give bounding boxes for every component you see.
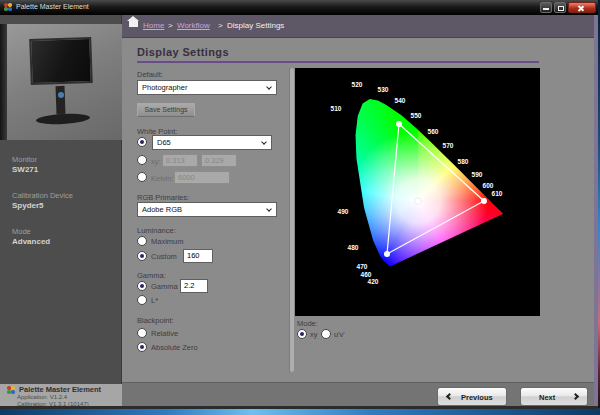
default-label: Default: bbox=[137, 70, 163, 79]
next-button-label: Next bbox=[539, 393, 555, 402]
title-underline bbox=[137, 61, 539, 63]
sidebar: Monitor SW271 Calibration Device Spyder5… bbox=[0, 15, 122, 406]
minimize-button[interactable] bbox=[540, 2, 552, 13]
uv-mode-label: u'v' bbox=[334, 330, 345, 339]
calibration-device-label: Calibration Device bbox=[12, 191, 73, 200]
chevron-down-icon bbox=[261, 139, 267, 145]
chevron-right-icon bbox=[572, 393, 579, 400]
previous-button[interactable]: Previous bbox=[437, 387, 507, 406]
wavelength-label: 460 bbox=[361, 271, 372, 278]
scrollbar-thumb[interactable] bbox=[290, 68, 294, 372]
window-title: Palette Master Element bbox=[16, 3, 89, 10]
wavelength-label: 480 bbox=[348, 244, 359, 251]
maximum-label: Maximum bbox=[151, 237, 184, 246]
wavelength-label: 600 bbox=[483, 182, 494, 189]
relative-label: Relative bbox=[151, 329, 178, 338]
xy-label: xy: bbox=[151, 157, 161, 166]
lstar-label: L* bbox=[151, 296, 158, 305]
xy-mode-label: xy bbox=[310, 330, 318, 339]
title-bar: Palette Master Element bbox=[0, 0, 598, 15]
chromaticity-chart: 520 530 540 550 560 570 580 590 600 610 … bbox=[295, 68, 540, 316]
home-icon[interactable] bbox=[129, 21, 138, 27]
footer-bar: Previous Next bbox=[122, 382, 594, 406]
previous-button-label: Previous bbox=[461, 393, 493, 402]
about-panel: Palette Master Element Application: V1.2… bbox=[0, 384, 122, 406]
breadcrumb-home-link[interactable]: Home bbox=[143, 21, 164, 30]
mode-value: Advanced bbox=[12, 237, 50, 246]
monitor-label: Monitor bbox=[12, 155, 37, 164]
wavelength-label: 540 bbox=[395, 97, 406, 104]
about-application-version: Application: V1.2.4 bbox=[17, 394, 67, 400]
rgb-primaries-label: RGB Primaries: bbox=[137, 193, 189, 202]
rgb-primaries-value: Adobe RGB bbox=[142, 205, 182, 214]
chevron-left-icon bbox=[446, 393, 453, 400]
custom-luminance-field[interactable]: 160 bbox=[183, 249, 213, 263]
wavelength-label: 420 bbox=[368, 278, 379, 285]
breadcrumb: Home > Workflow > Display Settings bbox=[122, 15, 594, 38]
custom-radio[interactable] bbox=[137, 251, 147, 261]
wavelength-label: 520 bbox=[352, 81, 363, 88]
default-select[interactable]: Photographer bbox=[137, 80, 277, 95]
wavelength-label: 570 bbox=[443, 142, 454, 149]
gamma-radio-label: Gamma bbox=[151, 282, 178, 291]
window-bottom-border bbox=[0, 406, 598, 409]
xy-mode-radio[interactable] bbox=[297, 329, 307, 339]
gamma-radio[interactable] bbox=[137, 281, 147, 291]
absolute-zero-label: Absolute Zero bbox=[151, 343, 198, 352]
wavelength-label: 530 bbox=[378, 86, 389, 93]
gamma-section-label: Gamma: bbox=[137, 271, 166, 280]
d65-select[interactable]: D65 bbox=[152, 135, 272, 150]
app-logo-icon bbox=[7, 386, 15, 394]
kelvin-radio[interactable] bbox=[137, 172, 147, 182]
absolute-zero-radio[interactable] bbox=[137, 342, 147, 352]
wavelength-label: 470 bbox=[357, 263, 368, 270]
maximize-icon bbox=[558, 6, 564, 11]
mode-label: Mode bbox=[12, 227, 31, 236]
windows-taskbar[interactable] bbox=[0, 408, 600, 415]
breadcrumb-separator: > bbox=[218, 21, 223, 30]
d65-radio[interactable] bbox=[137, 137, 147, 147]
chart-mode-label: Mode: bbox=[297, 319, 318, 328]
monitor-photo bbox=[0, 24, 122, 140]
default-select-value: Photographer bbox=[142, 83, 187, 92]
wavelength-label: 610 bbox=[492, 190, 503, 197]
chevron-down-icon bbox=[266, 206, 272, 212]
rgb-primaries-select[interactable]: Adobe RGB bbox=[137, 202, 277, 217]
calibration-device-value: Spyder5 bbox=[12, 201, 44, 210]
kelvin-label: Kelvin: bbox=[151, 174, 174, 183]
chevron-down-icon bbox=[266, 84, 272, 90]
page-title: Display Settings bbox=[137, 46, 229, 58]
monitor-value: SW271 bbox=[12, 165, 38, 174]
app-icon bbox=[4, 3, 12, 11]
wavelength-label: 590 bbox=[472, 171, 483, 178]
breadcrumb-workflow-link[interactable]: Workflow bbox=[177, 21, 210, 30]
custom-label: Custom bbox=[151, 252, 177, 261]
app-window: Palette Master Element Monitor SW271 Cal… bbox=[0, 0, 600, 415]
close-button[interactable] bbox=[568, 2, 596, 13]
form-scrollbar[interactable] bbox=[289, 68, 294, 372]
breadcrumb-separator: > bbox=[168, 21, 173, 30]
wavelength-label: 550 bbox=[411, 112, 422, 119]
monitor-screen-graphic bbox=[29, 37, 93, 85]
wavelength-label: 490 bbox=[338, 208, 349, 215]
window-right-border bbox=[594, 15, 598, 406]
blackpoint-label: Blackpoint: bbox=[137, 316, 174, 325]
luminance-label: Luminance: bbox=[137, 226, 176, 235]
wavelength-label: 560 bbox=[428, 128, 439, 135]
gamma-value-field[interactable]: 2.2 bbox=[180, 279, 208, 293]
save-settings-button[interactable]: Save Settings bbox=[137, 103, 195, 117]
next-button[interactable]: Next bbox=[520, 387, 588, 406]
kelvin-value-field: 6000 bbox=[174, 171, 230, 184]
uv-mode-radio[interactable] bbox=[321, 329, 331, 339]
wavelength-label: 510 bbox=[331, 105, 342, 112]
maximize-button[interactable] bbox=[554, 2, 566, 13]
about-calibration-version: Calibration: V1.3.1 (10147) bbox=[17, 401, 89, 407]
about-app-name: Palette Master Element bbox=[19, 385, 101, 394]
minimize-icon bbox=[543, 8, 549, 10]
main-content: Display Settings Default: Photographer S… bbox=[122, 38, 594, 382]
maximum-radio[interactable] bbox=[137, 236, 147, 246]
lstar-radio[interactable] bbox=[137, 295, 147, 305]
breadcrumb-current: Display Settings bbox=[227, 21, 284, 30]
relative-radio[interactable] bbox=[137, 328, 147, 338]
xy-radio[interactable] bbox=[137, 155, 147, 165]
